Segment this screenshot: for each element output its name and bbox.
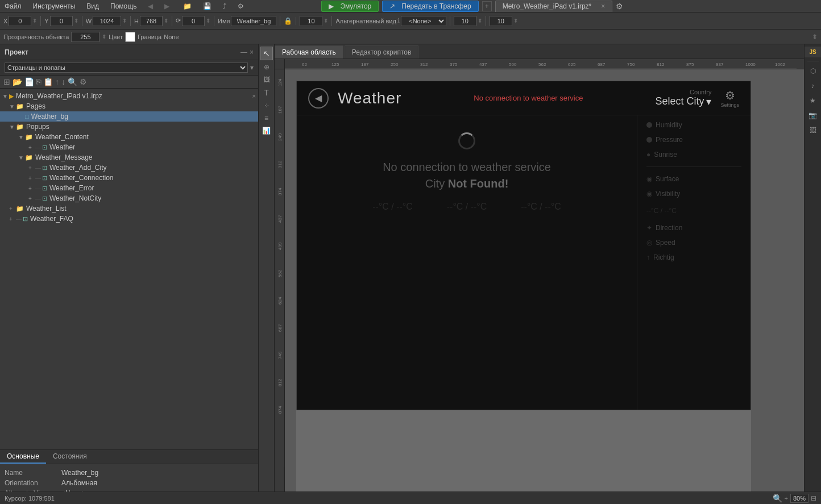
- canvas-viewport[interactable]: ◀ Weather No connection to weather servi…: [285, 69, 804, 504]
- rp-icon-js[interactable]: JS: [805, 47, 821, 57]
- tool-text[interactable]: T: [260, 86, 273, 99]
- name-input[interactable]: [231, 16, 276, 26]
- rp-icon-camera[interactable]: 📷: [805, 109, 821, 122]
- sections-arrow[interactable]: ▾: [250, 64, 254, 72]
- tab-states[interactable]: Состояния: [46, 450, 94, 464]
- h-input[interactable]: [140, 16, 163, 26]
- file-tab[interactable]: Metro_Weather_iPad v1.irpz* ×: [495, 1, 613, 12]
- tree-connection[interactable]: + — ⊡ Weather_Connection: [0, 173, 258, 183]
- tree-not-city[interactable]: + — ⊡ Weather_NotCity: [0, 193, 258, 203]
- menu-arrow-left[interactable]: ◀: [146, 1, 155, 11]
- err-expand[interactable]: +: [28, 185, 35, 191]
- tree-tool-settings[interactable]: ⚙: [80, 77, 87, 86]
- padding2-spinner[interactable]: ⬍: [478, 18, 482, 24]
- rp-icon-music[interactable]: ♪: [805, 80, 821, 92]
- transfer-button[interactable]: ↗ Передать в Трансфер: [382, 1, 478, 12]
- tree-weather-faq[interactable]: + — ⊡ Weather_FAQ: [0, 214, 258, 224]
- tree-weather-bg[interactable]: □ Weather_bg: [0, 111, 258, 122]
- lock-icon[interactable]: 🔒: [284, 17, 292, 25]
- city-dropdown[interactable]: Select City ▾: [655, 95, 711, 108]
- root-collapse-arrow[interactable]: ▼: [2, 93, 9, 99]
- file-tab-close[interactable]: ×: [599, 1, 607, 11]
- angle-spinner[interactable]: ⬍: [206, 18, 210, 24]
- padding-input[interactable]: [300, 16, 322, 26]
- new-tab-icon[interactable]: +: [482, 1, 492, 11]
- tool-chart[interactable]: 📊: [260, 125, 273, 136]
- w-spinner[interactable]: ⬍: [122, 18, 127, 24]
- padding3-input[interactable]: [490, 16, 512, 26]
- rp-icon-image[interactable]: 🖼: [805, 124, 821, 136]
- save-icon[interactable]: 💾: [201, 1, 214, 11]
- tree-weather-widget[interactable]: + — ⊡ Weather: [0, 142, 258, 152]
- angle-input[interactable]: [182, 16, 205, 26]
- back-button[interactable]: ◀: [308, 88, 329, 109]
- tree-tool-search[interactable]: 🔍: [68, 77, 77, 86]
- tree-tool-new-folder[interactable]: 📂: [13, 77, 22, 86]
- opacity-spinner[interactable]: ⬍: [102, 34, 106, 40]
- tree-tool-new-page[interactable]: ⊞: [3, 77, 10, 86]
- w-input[interactable]: [93, 16, 121, 26]
- root-close-icon[interactable]: ×: [252, 93, 256, 99]
- wm-arrow[interactable]: ▼: [18, 155, 25, 161]
- tool-select[interactable]: ↖: [260, 47, 273, 60]
- rp-icon-star[interactable]: ★: [805, 94, 821, 107]
- tool-dots[interactable]: ⁘: [260, 100, 273, 111]
- sections-select[interactable]: Страницы и попапы: [5, 63, 248, 73]
- tree-error[interactable]: + — ⊡ Weather_Error: [0, 183, 258, 193]
- padding3-spinner[interactable]: ⬍: [513, 18, 518, 24]
- tree-weather-message[interactable]: ▼ 📁 Weather_Message: [0, 152, 258, 163]
- altview-info-icon[interactable]: ℹ: [397, 17, 400, 24]
- popups-collapse-arrow[interactable]: ▼: [9, 124, 16, 130]
- altview-select[interactable]: <None>: [401, 16, 446, 26]
- rp-icon-layers[interactable]: ⬡: [805, 65, 821, 77]
- ac-expand[interactable]: +: [28, 165, 35, 171]
- city-selector[interactable]: Country Select City ▾: [655, 89, 711, 108]
- tree-weather-list[interactable]: + 📁 Weather_List: [0, 203, 258, 214]
- tree-tool-open[interactable]: 📄: [24, 77, 34, 86]
- panel-minimize-icon[interactable]: —: [241, 48, 247, 56]
- zoom-out-button[interactable]: 🔍: [773, 494, 782, 503]
- nc-expand[interactable]: +: [28, 195, 35, 202]
- faq-expand[interactable]: +: [9, 216, 16, 222]
- wc-arrow[interactable]: ▼: [18, 134, 25, 140]
- export-icon[interactable]: ⤴: [221, 1, 229, 11]
- opacity-input[interactable]: [71, 32, 99, 42]
- menu-arrow-right[interactable]: ▶: [162, 1, 172, 11]
- wl-expand[interactable]: +: [9, 206, 16, 212]
- emulator-button[interactable]: ▶ Эмулятор: [321, 1, 379, 12]
- tab-working-area[interactable]: Рабочая область: [275, 45, 343, 59]
- tool-image[interactable]: 🖼: [260, 74, 273, 85]
- zoom-fit-icon[interactable]: ⊟: [811, 494, 816, 502]
- x-spinner[interactable]: ⬍: [32, 18, 37, 24]
- menu-help[interactable]: Помощь: [108, 1, 139, 11]
- tree-weather-content[interactable]: ▼ 📁 Weather_Content: [0, 132, 258, 142]
- tree-tool-down[interactable]: ↓: [61, 77, 65, 86]
- settings-button[interactable]: ⚙ Settings: [720, 89, 739, 108]
- panel-close-icon[interactable]: ×: [250, 48, 254, 56]
- tool-interact[interactable]: ⊕: [260, 61, 273, 73]
- tree-add-city[interactable]: + — ⊡ Weather_Add_City: [0, 163, 258, 173]
- h-spinner[interactable]: ⬍: [164, 18, 168, 24]
- y-spinner[interactable]: ⬍: [74, 18, 78, 24]
- tree-popups-folder[interactable]: ▼ 📁 Popups: [0, 122, 258, 132]
- x-input[interactable]: [9, 16, 31, 26]
- tree-tool-paste[interactable]: 📋: [43, 77, 53, 86]
- menu-tools[interactable]: Инструменты: [31, 1, 78, 11]
- tab-script-editor[interactable]: Редактор скриптов: [345, 45, 419, 59]
- padding2-input[interactable]: [454, 16, 476, 26]
- zoom-in-button[interactable]: +: [785, 495, 788, 502]
- pages-collapse-arrow[interactable]: ▼: [9, 103, 16, 110]
- conn-expand[interactable]: +: [28, 175, 35, 181]
- ww-expand[interactable]: +: [28, 144, 35, 151]
- tree-tool-copy[interactable]: ⎘: [36, 77, 41, 86]
- tree-pages-folder[interactable]: ▼ 📁 Pages: [0, 101, 258, 111]
- menu-view[interactable]: Вид: [84, 1, 101, 11]
- open-icon[interactable]: 📁: [181, 1, 194, 11]
- toolbar-gear-button[interactable]: ⚙: [616, 2, 623, 11]
- expand-icon[interactable]: ⬍: [812, 33, 818, 41]
- tab-basic[interactable]: Основные: [0, 450, 46, 464]
- gear-icon[interactable]: ⚙: [235, 1, 246, 11]
- padding-spinner[interactable]: ⬍: [324, 18, 328, 24]
- y-input[interactable]: [50, 16, 73, 26]
- tree-root-file[interactable]: ▼ ▶ Metro_Weather_iPad v1.irpz ×: [0, 91, 258, 101]
